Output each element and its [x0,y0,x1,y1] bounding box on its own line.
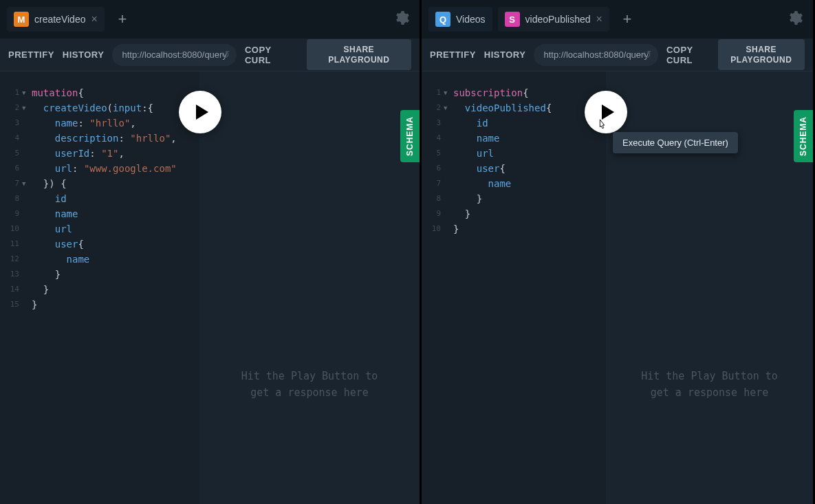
tab-badge-mutation: M [14,12,29,27]
endpoint-text: http://localhost:8080/query [543,50,649,60]
tab-label: videoPublished [525,14,591,25]
history-button[interactable]: HISTORY [63,50,105,60]
reload-icon[interactable]: ↺ [221,48,230,61]
pane-right: Q Videos S videoPublished × + PRETTIFY H… [422,0,815,504]
execute-tooltip: Execute Query (Ctrl-Enter) [613,132,738,153]
add-tab-button[interactable]: + [615,7,640,32]
result-pane-left: Hit the Play Button to get a response he… [199,72,420,504]
endpoint-text: http://localhost:8080/query [122,50,227,60]
schema-tab-left[interactable]: SCHEMA [400,110,420,162]
share-playground-button[interactable]: SHARE PLAYGROUND [307,39,411,70]
history-button[interactable]: HISTORY [484,50,526,60]
toolbar-right: PRETTIFY HISTORY http://localhost:8080/q… [422,39,813,72]
pane-left: M createVideo × + PRETTIFY HISTORY http:… [0,0,422,504]
tab-badge-query: Q [435,12,450,27]
share-playground-button[interactable]: SHARE PLAYGROUND [718,39,805,70]
copy-curl-button[interactable]: COPY CURL [666,45,710,65]
prettify-button[interactable]: PRETTIFY [430,50,476,60]
reload-icon[interactable]: ↺ [642,48,651,61]
tabbar-left: M createVideo × + [0,0,420,39]
result-placeholder: Hit the Play Button to get a response he… [241,368,378,401]
tabbar-right: Q Videos S videoPublished × + [422,0,813,39]
query-editor-left[interactable]: 1▼mutation{ 2▼ createVideo(input:{ 3 nam… [0,72,199,504]
play-button-left[interactable] [179,91,221,133]
toolbar-left: PRETTIFY HISTORY http://localhost:8080/q… [0,39,420,72]
play-icon [196,105,208,120]
tab-badge-subscription: S [505,12,520,27]
close-icon[interactable]: × [91,13,97,25]
add-tab-button[interactable]: + [110,7,135,32]
gear-icon[interactable] [393,10,410,30]
play-icon [602,105,614,120]
endpoint-input[interactable]: http://localhost:8080/query ↺ [112,44,237,66]
prettify-button[interactable]: PRETTIFY [8,50,54,60]
workspace-left: 1▼mutation{ 2▼ createVideo(input:{ 3 nam… [0,72,420,504]
close-icon[interactable]: × [596,13,602,25]
gear-icon[interactable] [787,10,803,30]
pointer-cursor-icon [595,118,610,137]
tab-label: Videos [456,14,486,25]
copy-curl-button[interactable]: COPY CURL [245,45,298,65]
tab-video-published[interactable]: S videoPublished × [498,7,609,32]
result-placeholder: Hit the Play Button to get a response he… [641,368,778,401]
tab-videos[interactable]: Q Videos [428,7,492,32]
query-editor-right[interactable]: 1▼subscription{ 2▼ videoPublished{ 3 id … [422,72,606,504]
tab-label: createVideo [34,14,85,25]
tab-create-video[interactable]: M createVideo × [7,7,105,32]
schema-tab-right[interactable]: SCHEMA [794,110,813,162]
endpoint-input[interactable]: http://localhost:8080/query ↺ [534,44,658,66]
